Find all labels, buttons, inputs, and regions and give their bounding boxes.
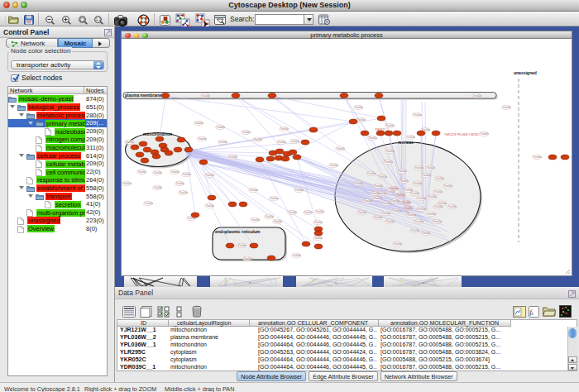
svg-text:Yxx00x: Yxx00x	[367, 172, 376, 175]
svg-text:Yxx00x: Yxx00x	[418, 208, 426, 211]
svg-text:Yxx00x: Yxx00x	[364, 199, 372, 203]
svg-text:Yxx00x: Yxx00x	[138, 170, 146, 174]
svg-text:Yxx00x: Yxx00x	[407, 136, 415, 139]
svg-text:Yxx00x: Yxx00x	[291, 140, 299, 143]
svg-text:Yxx00x: Yxx00x	[195, 122, 203, 125]
svg-text:Yxx00x: Yxx00x	[418, 197, 426, 200]
svg-text:Yxx00x: Yxx00x	[434, 205, 443, 208]
svg-text:Yxx00x: Yxx00x	[357, 118, 366, 122]
svg-text:fₓ: fₓ	[530, 308, 534, 316]
svg-text:Yxx00x: Yxx00x	[448, 205, 457, 208]
svg-text:Yxx00x: Yxx00x	[473, 94, 481, 98]
svg-text:Yxx00x: Yxx00x	[179, 191, 188, 194]
svg-text:unassigned: unassigned	[514, 70, 537, 75]
svg-text:Yxx00x: Yxx00x	[414, 182, 422, 185]
svg-text:Yxx00x: Yxx00x	[403, 201, 411, 204]
svg-text:mitochondrion: mitochondrion	[143, 131, 172, 136]
svg-text:Yxx00x: Yxx00x	[145, 202, 153, 205]
svg-text:Yxx00x: Yxx00x	[250, 189, 258, 192]
svg-text:Yxx00x: Yxx00x	[414, 113, 422, 117]
svg-text:Yxx00x: Yxx00x	[385, 160, 393, 164]
svg-text:Yxx00x: Yxx00x	[355, 106, 363, 109]
svg-text:Yxx00x: Yxx00x	[503, 106, 511, 109]
svg-text:Yxx00x: Yxx00x	[393, 209, 401, 213]
svg-text:Yxx00x: Yxx00x	[404, 207, 413, 210]
svg-text:Yxx00x: Yxx00x	[415, 166, 423, 170]
svg-text:Yxx00x: Yxx00x	[202, 94, 210, 98]
svg-text:Yxx00x: Yxx00x	[154, 186, 162, 189]
svg-text:Yxx00x: Yxx00x	[386, 190, 395, 194]
svg-text:Yxx00x: Yxx00x	[270, 197, 279, 200]
svg-text:Yxx00x: Yxx00x	[379, 175, 387, 179]
svg-text:Yxx00x: Yxx00x	[126, 141, 134, 144]
svg-text:Yxx00x: Yxx00x	[411, 229, 419, 232]
svg-text:YGR121W YPL036W YLR295C: YGR121W YPL036W YLR295C	[444, 133, 480, 136]
svg-text:Yxx00x: Yxx00x	[206, 174, 214, 177]
svg-text:Yxx00x: Yxx00x	[316, 210, 324, 213]
svg-text:Yxx00x: Yxx00x	[355, 182, 363, 185]
svg-text:Yxx00x: Yxx00x	[206, 204, 214, 208]
svg-text:Yxx00x: Yxx00x	[304, 211, 313, 214]
svg-text:Yxx00x: Yxx00x	[337, 147, 345, 151]
svg-text:Yxx00x: Yxx00x	[386, 124, 395, 127]
svg-text:endoplasmic reticulum: endoplasmic reticulum	[215, 229, 261, 234]
svg-text:Yxx00x: Yxx00x	[238, 244, 246, 247]
svg-text:Yxx00x: Yxx00x	[423, 174, 431, 177]
svg-text:Yxx00x: Yxx00x	[383, 202, 391, 205]
svg-text:Yxx00x: Yxx00x	[428, 195, 437, 198]
svg-text:Yxx00x: Yxx00x	[314, 221, 323, 224]
svg-text:Yxx00x: Yxx00x	[266, 215, 274, 218]
svg-text:Yxx00x: Yxx00x	[251, 218, 260, 222]
svg-text:Yxx00x: Yxx00x	[293, 254, 301, 257]
svg-text:Yxx00x: Yxx00x	[219, 141, 227, 144]
svg-text:Yxx00x: Yxx00x	[394, 242, 402, 246]
svg-text:Yxx00x: Yxx00x	[171, 170, 179, 174]
svg-text:Yxx00x: Yxx00x	[436, 177, 444, 180]
svg-text:Yxx00x: Yxx00x	[375, 184, 383, 188]
svg-text:Yxx00x: Yxx00x	[278, 141, 286, 144]
svg-text:Yxx00x: Yxx00x	[534, 155, 542, 159]
svg-text:Yxx00x: Yxx00x	[289, 211, 297, 214]
svg-text:Yxx00x: Yxx00x	[217, 126, 225, 129]
svg-text:Yxx00x: Yxx00x	[371, 192, 380, 195]
svg-text:1:1: 1:1	[96, 17, 102, 22]
svg-text:Yxx00x: Yxx00x	[374, 216, 382, 219]
svg-text:plasma membrane: plasma membrane	[125, 93, 161, 98]
svg-text:Yxx00x: Yxx00x	[314, 237, 323, 240]
svg-text:Yxx00x: Yxx00x	[386, 150, 395, 153]
svg-text:Yxx00x: Yxx00x	[428, 213, 436, 216]
svg-text:Yxx00x: Yxx00x	[199, 137, 207, 141]
svg-text:Yxx00x: Yxx00x	[399, 170, 407, 173]
svg-text:Yxx00x: Yxx00x	[274, 220, 282, 223]
svg-text:Yxx00x: Yxx00x	[369, 136, 377, 140]
svg-text:Yxx00x: Yxx00x	[254, 138, 262, 141]
svg-text:Yxx00x: Yxx00x	[422, 232, 430, 235]
svg-text:Yxx00x: Yxx00x	[244, 257, 252, 261]
svg-text:Yxx00x: Yxx00x	[411, 192, 419, 195]
svg-text:Yxx00x: Yxx00x	[358, 211, 366, 214]
svg-text:Yxx00x: Yxx00x	[408, 213, 416, 217]
svg-text:Yxx00x: Yxx00x	[280, 127, 289, 131]
svg-text:Yxx00x: Yxx00x	[481, 132, 489, 136]
svg-text:Yxx00x: Yxx00x	[176, 182, 184, 185]
svg-text:Yxx00x: Yxx00x	[391, 199, 400, 203]
svg-text:Yxx00x: Yxx00x	[295, 189, 304, 192]
svg-text:Yxx00x: Yxx00x	[242, 131, 251, 134]
svg-text:Yxx00x: Yxx00x	[397, 194, 405, 197]
svg-text:Yxx00x: Yxx00x	[433, 220, 442, 223]
svg-text:Yxx00x: Yxx00x	[123, 182, 132, 185]
svg-text:Yxx00x: Yxx00x	[183, 173, 191, 176]
svg-text:Yxx00x: Yxx00x	[374, 197, 382, 200]
svg-text:Yxx00x: Yxx00x	[386, 220, 395, 223]
svg-text:Yxx00x: Yxx00x	[229, 155, 237, 159]
svg-text:Yxx00x: Yxx00x	[400, 179, 409, 183]
svg-text:Yxx00x: Yxx00x	[330, 164, 338, 167]
svg-text:Yxx00x: Yxx00x	[427, 166, 435, 170]
svg-text:Yxx00x: Yxx00x	[444, 184, 452, 188]
svg-text:Yxx00x: Yxx00x	[434, 190, 443, 194]
svg-text:Yxx00x: Yxx00x	[382, 212, 390, 215]
svg-text:Yxx00x: Yxx00x	[154, 171, 162, 174]
svg-text:Yxx00x: Yxx00x	[415, 220, 423, 223]
